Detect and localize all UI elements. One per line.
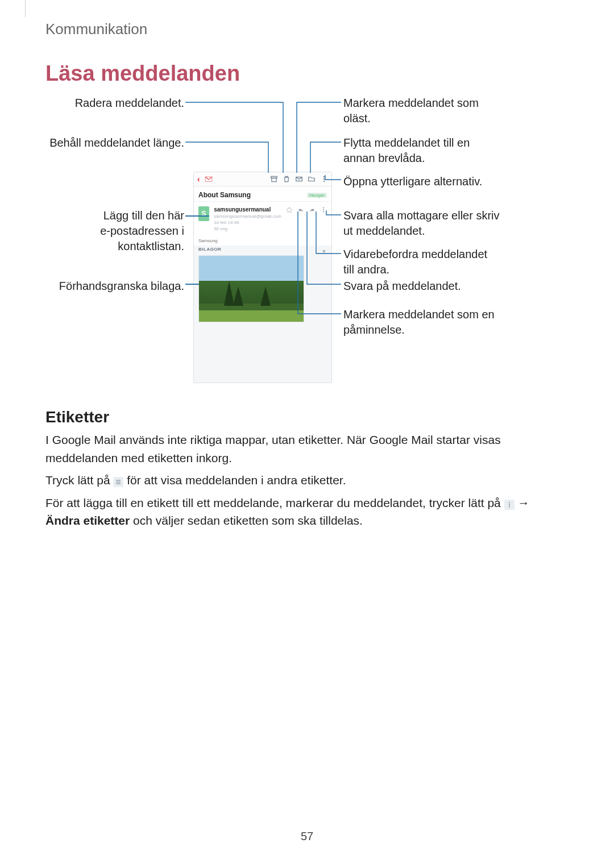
paragraph: För att lägga till en etikett till ett m…: [45, 494, 557, 530]
callout-text: annan brevlåda.: [343, 152, 425, 164]
delete-icon[interactable]: [283, 175, 291, 183]
sender-block: samsungusermanual samsungusermanual@gmai…: [214, 206, 281, 231]
overflow-menu-icon: [504, 500, 515, 510]
page: Kommunikation Läsa meddelanden Radera me…: [0, 0, 614, 868]
paragraph: Tryck lätt på för att visa meddelanden i…: [45, 471, 557, 489]
labels-menu-icon: [113, 477, 123, 487]
callout-text: Lägg till den här: [103, 209, 184, 222]
attachments-header: BILAGOR: [194, 247, 331, 252]
svg-rect-1: [272, 178, 276, 181]
phone-toolbar: ‹: [194, 172, 331, 186]
mark-unread-icon[interactable]: [295, 175, 303, 183]
svg-point-6: [323, 207, 324, 209]
callout-forward: Vidarebefordra meddelandet till andra.: [343, 247, 503, 277]
expand-icon[interactable]: ▾: [322, 247, 326, 255]
paragraph-text: För att lägga till en etikett till ett m…: [45, 496, 504, 509]
paragraph-text: och väljer sedan etiketten som ska tilld…: [133, 514, 363, 527]
phone-subject: About Samsung: [198, 191, 251, 199]
message-actions: [286, 206, 327, 214]
svg-point-7: [323, 209, 324, 210]
more-icon[interactable]: [320, 175, 328, 183]
gmail-icon: [205, 176, 213, 182]
phone-mockup: ‹ About Samsung Inkorgen: [193, 172, 332, 383]
callout-move: Flytta meddelandet till en annan brevlåd…: [343, 135, 503, 166]
breadcrumb: Kommunikation: [45, 20, 147, 38]
callout-text: Svara alla mottagare eller skriv: [343, 209, 500, 222]
callout-text: e-postadressen i kontaktlistan.: [100, 225, 184, 252]
callout-delete: Radera meddelandet.: [36, 95, 184, 111]
paragraph-text: Tryck lätt på: [45, 474, 113, 487]
svg-point-16: [509, 506, 510, 507]
callout-text: Markera meddelandet som: [343, 97, 479, 109]
callout-reply: Svara på meddelandet.: [343, 279, 503, 294]
message-more-icon[interactable]: [320, 206, 327, 214]
svg-point-4: [323, 178, 325, 180]
paragraph: I Google Mail används inte riktiga mappa…: [45, 431, 557, 467]
svg-point-14: [509, 502, 510, 503]
callout-more: Öppna ytterligare alternativ.: [343, 174, 503, 189]
callout-remind: Markera meddelandet som en påminnelse.: [343, 307, 503, 338]
page-number: 57: [0, 830, 614, 843]
callout-preview: Förhandsgranska bilaga.: [36, 279, 184, 294]
sent-date: 10 feb 14:46: [214, 220, 281, 225]
callout-text: Markera meddelandet som en: [343, 308, 495, 321]
paragraph-text: för att visa meddelanden i andra etikett…: [127, 474, 346, 487]
callout-mark-unread: Markera meddelandet som oläst.: [343, 95, 503, 126]
callout-text: Flytta meddelandet till en: [343, 136, 470, 149]
attachment-thumbnail[interactable]: [198, 255, 304, 322]
sender-email: samsungusermanual@gmail.com: [214, 214, 281, 219]
subheading: Etiketter: [45, 408, 557, 426]
archive-icon[interactable]: [270, 175, 278, 183]
section-etiketter: Etiketter I Google Mail används inte rik…: [45, 408, 557, 530]
callout-add-contact: Lägg till den här e-postadressen i konta…: [36, 208, 184, 254]
arrow-text: →: [517, 496, 529, 509]
svg-point-5: [323, 181, 325, 182]
svg-point-8: [323, 211, 324, 213]
message-size: 90 vng: [214, 226, 281, 231]
message-body: Samsung: [194, 236, 331, 246]
phone-message-header: S samsungusermanual samsungusermanual@gm…: [194, 202, 331, 236]
callout-text: påminnelse.: [343, 323, 405, 336]
reply-icon[interactable]: [297, 206, 304, 214]
sender-name: samsungusermanual: [214, 206, 281, 213]
callout-text: till andra.: [343, 263, 389, 276]
page-title: Läsa meddelanden: [45, 61, 240, 86]
phone-subject-row: About Samsung Inkorgen: [194, 186, 331, 202]
svg-point-3: [323, 176, 325, 177]
callout-reply-all: Svara alla mottagare eller skriv ut medd…: [343, 208, 503, 239]
star-icon[interactable]: [286, 206, 293, 214]
bold-term: Ändra etiketter: [45, 514, 130, 527]
phone-inbox-label: Inkorgen: [307, 193, 327, 198]
move-to-icon[interactable]: [308, 175, 316, 183]
svg-point-15: [509, 504, 510, 505]
callout-text: ut meddelandet.: [343, 225, 425, 237]
forward-icon[interactable]: [309, 206, 316, 214]
back-icon[interactable]: ‹: [197, 175, 200, 184]
callout-text: oläst.: [343, 112, 371, 124]
callout-keep: Behåll meddelandet länge.: [36, 135, 184, 151]
callout-text: Vidarebefordra meddelandet: [343, 248, 487, 260]
sender-avatar[interactable]: S: [198, 206, 209, 221]
